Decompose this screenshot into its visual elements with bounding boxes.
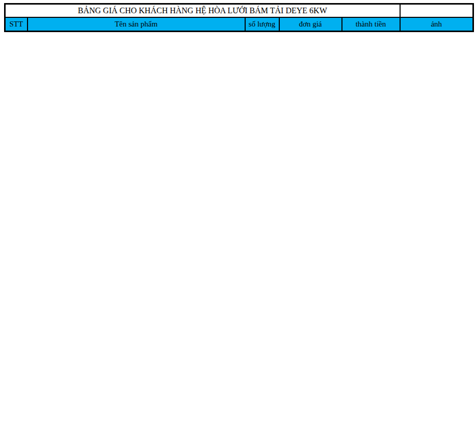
col-header-unit-price: đơn giá: [279, 17, 342, 32]
column-header-row: STT Tên sản phẩm số lượng đơn giá thành …: [5, 17, 473, 32]
price-table: BẢNG GIÁ CHO KHÁCH HÀNG HỆ HÒA LƯỚI BÁM …: [4, 3, 474, 32]
page-title: BẢNG GIÁ CHO KHÁCH HÀNG HỆ HÒA LƯỚI BÁM …: [5, 4, 400, 18]
title-spacer-cell: [400, 4, 473, 18]
col-header-amount: thành tiền: [342, 17, 400, 32]
price-quote-sheet: BẢNG GIÁ CHO KHÁCH HÀNG HỆ HÒA LƯỚI BÁM …: [4, 3, 474, 32]
col-header-product: Tên sản phẩm: [28, 17, 245, 32]
col-header-qty: số lượng: [245, 17, 279, 32]
col-header-image: ảnh: [400, 17, 473, 32]
title-row: BẢNG GIÁ CHO KHÁCH HÀNG HỆ HÒA LƯỚI BÁM …: [5, 4, 473, 18]
col-header-stt: STT: [5, 17, 28, 32]
